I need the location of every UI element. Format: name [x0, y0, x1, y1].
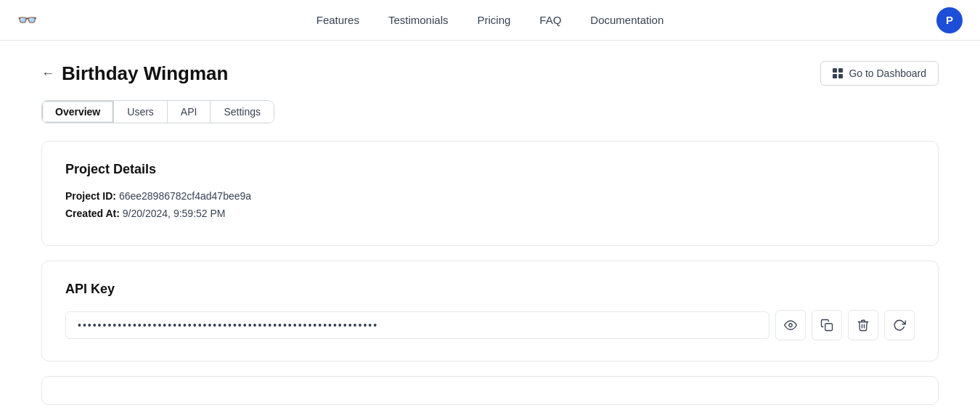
eye-icon — [784, 319, 797, 332]
logo-icon: 👓 — [17, 11, 38, 29]
created-at-label: Created At: — [65, 208, 120, 219]
nav-testimonials[interactable]: Testimonials — [388, 14, 449, 26]
nav-features[interactable]: Features — [317, 14, 359, 26]
api-key-row — [65, 310, 915, 340]
logo: 👓 — [17, 11, 38, 30]
api-key-title: API Key — [65, 282, 915, 297]
go-to-dashboard-button[interactable]: Go to Dashboard — [820, 61, 939, 86]
tab-settings[interactable]: Settings — [211, 101, 274, 123]
created-at-value: 9/20/2024, 9:59:52 PM — [123, 208, 226, 219]
nav-documentation[interactable]: Documentation — [590, 14, 663, 26]
navbar: 👓 Features Testimonials Pricing FAQ Docu… — [0, 0, 980, 41]
trash-icon — [857, 319, 870, 332]
avatar[interactable]: P — [936, 7, 963, 33]
created-at-row: Created At: 9/20/2024, 9:59:52 PM — [65, 208, 915, 219]
title-left: ← Birthday Wingman — [41, 62, 228, 85]
svg-rect-1 — [825, 324, 833, 331]
dashboard-grid-icon — [833, 68, 843, 78]
copy-api-key-button[interactable] — [812, 310, 842, 340]
refresh-api-key-button[interactable] — [884, 310, 915, 340]
project-details-card: Project Details Project ID: 66ee28986782… — [41, 141, 939, 246]
back-button[interactable]: ← — [41, 66, 54, 81]
copy-icon — [820, 319, 833, 332]
api-key-input[interactable] — [65, 311, 769, 339]
tab-api[interactable]: API — [168, 101, 211, 123]
project-id-label: Project ID: — [65, 190, 116, 202]
api-key-card: API Key — [41, 261, 939, 361]
page-content: ← Birthday Wingman Go to Dashboard Overv… — [18, 41, 962, 413]
show-api-key-button[interactable] — [775, 310, 806, 340]
tab-users[interactable]: Users — [114, 101, 168, 123]
title-row: ← Birthday Wingman Go to Dashboard — [41, 61, 939, 86]
refresh-icon — [893, 319, 906, 332]
nav-pricing[interactable]: Pricing — [477, 14, 510, 26]
page-title: Birthday Wingman — [62, 62, 228, 85]
nav-links: Features Testimonials Pricing FAQ Docume… — [317, 14, 664, 27]
nav-faq[interactable]: FAQ — [539, 14, 561, 26]
project-id-row: Project ID: 66ee28986782cf4ad47bee9a — [65, 190, 915, 202]
delete-api-key-button[interactable] — [848, 310, 878, 340]
partial-card — [41, 376, 939, 405]
tab-overview[interactable]: Overview — [42, 101, 114, 123]
tabs: Overview Users API Settings — [41, 100, 274, 123]
project-details-title: Project Details — [65, 162, 915, 177]
svg-point-0 — [789, 324, 793, 327]
dashboard-button-label: Go to Dashboard — [849, 68, 926, 79]
project-id-value: 66ee28986782cf4ad47bee9a — [119, 190, 251, 202]
